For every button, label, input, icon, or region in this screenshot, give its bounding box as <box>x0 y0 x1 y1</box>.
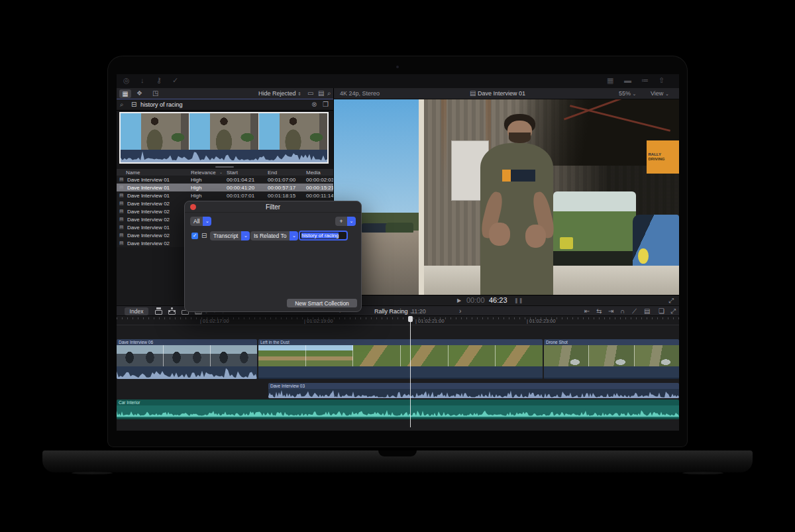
ruler-label: | 01:02:21:00 <box>415 318 445 324</box>
search-scope-icon[interactable]: ⌕ <box>120 101 124 108</box>
clip-title: Dave Interview 03 <box>268 383 679 389</box>
search-icon[interactable]: ⌕ <box>327 90 331 97</box>
viewer-toolbar: 4K 24p, Stereo ▤ Dave Interview 01 55% ⌄… <box>334 88 679 99</box>
trim-end-icon[interactable]: ⇥ <box>608 308 613 315</box>
solo-icon[interactable]: ∩ <box>620 308 625 315</box>
photos-audio-icon[interactable]: ❖ <box>136 90 142 97</box>
column-relevance[interactable]: Relevance <box>191 170 216 176</box>
filmstrip-thumbnails <box>121 113 327 150</box>
fullscreen-icon[interactable]: ⤢ <box>668 297 674 304</box>
share-icon[interactable]: ⇧ <box>659 77 664 84</box>
keyword-editor-icon[interactable]: ⚷ <box>156 77 162 84</box>
clapper-icon: ▦ <box>122 91 128 97</box>
filmstrip-view-icon[interactable]: ▭ <box>307 90 313 97</box>
list-header[interactable]: Name Relevance ⌄ Start End Media Duratio… <box>117 169 333 176</box>
rust-streak <box>441 99 447 189</box>
chevron-down-icon: ⌄ <box>665 91 669 96</box>
connect-edit-icon[interactable] <box>155 310 162 315</box>
next-project-icon[interactable]: › <box>459 308 461 315</box>
chevron-updown-icon: ⇕ <box>297 91 301 96</box>
filmstrip-frame <box>121 113 189 150</box>
play-button[interactable]: ▶ <box>457 297 461 303</box>
playhead-handle[interactable] <box>408 316 413 322</box>
fcp-window: ◎ ↓ ⚷ ✓ ▦ ▬ ≔ ⇧ ▦ ❖ ◳ Hide Rejected ⇕ ▭ … <box>117 74 679 431</box>
chevron-down-icon: ⌄ <box>203 217 211 226</box>
viewer-view-dropdown[interactable]: View ⌄ <box>651 90 669 97</box>
hangar-door-edge <box>419 99 424 295</box>
browser-filmstrip[interactable] <box>119 112 329 164</box>
clip-left-in-the-dust[interactable]: Left in the Dust <box>258 339 543 379</box>
list-view-icon[interactable]: ▤ <box>318 90 324 97</box>
clip-audio <box>117 405 679 419</box>
clip-filter-dropdown[interactable]: Hide Rejected ⇕ <box>258 90 301 97</box>
chevron-down-icon: ⌄ <box>347 217 356 226</box>
clip-audio <box>258 366 543 379</box>
timecode-prefix: 00:00 <box>466 296 485 304</box>
timeline-browser-toggle-icon[interactable]: ❏ <box>659 308 664 315</box>
laptop-foot <box>72 472 113 474</box>
filmstrip-frame <box>189 113 258 150</box>
index-button[interactable]: Index <box>125 307 148 315</box>
rule-field-dropdown[interactable]: Transcript⌄ <box>210 231 250 240</box>
project-duration: 11:20 <box>411 308 426 315</box>
clear-search-icon[interactable]: ⊗ <box>311 101 317 108</box>
inspector-toggle-icon[interactable]: ≔ <box>641 77 649 84</box>
plus-icon: + <box>335 217 347 226</box>
viewer-zoom-dropdown[interactable]: 55% ⌄ <box>619 90 636 97</box>
search-input[interactable]: history of racing <box>140 101 183 108</box>
filmstrip-audio-waveform <box>121 150 327 162</box>
rule-condition-dropdown[interactable]: Is Related To⌄ <box>250 231 298 240</box>
clip-title: Car Interior <box>117 399 679 405</box>
filter-popup: Filter All⌄ +⌄ ✓ ⊟ Transcript⌄ Is Relate… <box>184 201 362 312</box>
viewer-transport-bar: ◔ ⌄ ▶ 00:00 46:23 ❚❚ ⤢ <box>334 295 679 305</box>
table-row[interactable]: ▤Dave Interview 01High00:01:04:2100:01:0… <box>117 176 333 184</box>
clip-dave-interview-03[interactable]: Dave Interview 03 <box>268 383 679 398</box>
table-row[interactable]: ▤Dave Interview 01High00:01:07:0100:01:1… <box>117 191 333 199</box>
browser-strip-icon[interactable]: ▬ <box>624 77 631 84</box>
clip-appearance-icon[interactable]: ▤ <box>644 308 650 315</box>
viewer-video[interactable]: RALLYDRIVING <box>334 99 679 295</box>
timecode-value: 46:23 <box>489 296 507 304</box>
clip-dave-interview-06[interactable]: Dave Interview 06 <box>117 339 257 379</box>
laptop-lid-notch <box>378 451 417 456</box>
trim-start-icon[interactable]: ⇤ <box>584 308 590 315</box>
rule-value-input[interactable]: history of racing <box>299 231 348 240</box>
ruler-label: | 01:02:23:00 <box>527 318 556 324</box>
clip-audio <box>268 389 679 398</box>
audio-meters-icon[interactable]: ❚❚ <box>514 297 523 303</box>
chevron-down-icon: ⌄ <box>241 231 250 240</box>
add-rule-button[interactable]: +⌄ <box>335 217 356 226</box>
column-start[interactable]: Start <box>227 170 238 176</box>
table-row-selected[interactable]: ▤Dave Interview 01High00:00:41:2000:00:5… <box>117 184 333 191</box>
clip-thumbnails <box>258 345 543 366</box>
media-import-icon[interactable]: ◎ <box>123 77 130 84</box>
rule-checkbox[interactable]: ✓ <box>191 233 198 239</box>
column-name[interactable]: Name <box>126 170 140 176</box>
new-smart-collection-button[interactable]: New Smart Collection <box>287 299 357 307</box>
clip-thumbnails <box>544 345 679 366</box>
parked-car <box>386 223 413 233</box>
presenter-hand <box>489 223 509 246</box>
headlight <box>638 248 648 264</box>
background-tasks-icon[interactable]: ✓ <box>172 77 178 84</box>
clip-audio <box>117 366 257 379</box>
timeline-body[interactable]: Dave Interview 06 Left in the Dust Drone… <box>117 325 679 431</box>
skimming-icon[interactable]: ⟋ <box>632 308 637 315</box>
clip-car-interior[interactable]: Car Interior <box>117 399 679 419</box>
playhead[interactable] <box>410 316 411 427</box>
clip-drone-shot[interactable]: Drone Shot <box>544 339 679 379</box>
column-end[interactable]: End <box>268 170 277 176</box>
filter-panel-icon[interactable]: ❐ <box>323 101 329 108</box>
import-icon[interactable]: ↓ <box>140 77 144 84</box>
match-dropdown[interactable]: All⌄ <box>190 217 211 226</box>
clip-icon: ▤ <box>470 89 476 97</box>
insert-edit-icon[interactable] <box>168 310 176 315</box>
ruler-label: | 01:02:19:00 <box>304 318 333 324</box>
timeline-expand-icon[interactable]: ⤢ <box>670 308 676 315</box>
sidebar-toggle-button[interactable]: ▦ <box>119 89 131 98</box>
browser-grid-icon[interactable]: ▦ <box>607 77 613 84</box>
timeline-ruler[interactable]: | 01:02:17:00 | 01:02:19:00 | 01:02:21:0… <box>117 316 679 325</box>
trim-roll-icon[interactable]: ⇆ <box>596 308 602 315</box>
titles-generators-icon[interactable]: ◳ <box>152 90 158 97</box>
project-dropdown[interactable]: Rally Racing ⌄ <box>374 308 413 315</box>
